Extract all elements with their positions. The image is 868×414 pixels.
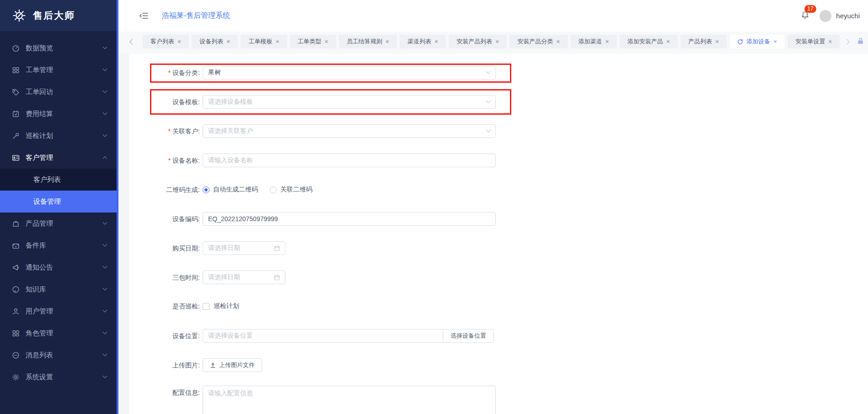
tab-staff-settlement-rules[interactable]: 员工结算规则×	[339, 35, 397, 48]
tab-add-channel[interactable]: 添加渠道×	[571, 35, 617, 48]
equipment-code-input[interactable]: EQ_2022120750979999	[203, 212, 496, 226]
field-upload-image: 上传图片: 上传图片文件	[129, 358, 262, 372]
config-info-textarea[interactable]: 请输入配置信息	[203, 386, 496, 414]
field-inspection: 是否巡检: 巡检计划	[129, 299, 239, 313]
tab-work-order-type[interactable]: 工单类型×	[290, 35, 336, 48]
field-equipment-template: 设备模板: 请选择设备模板	[129, 95, 496, 109]
tab-add-install-product[interactable]: 添加安装产品×	[620, 35, 678, 48]
topbar-right: 17 heyuchi	[801, 10, 860, 22]
chevron-down-icon	[486, 98, 491, 103]
dashboard-icon	[12, 44, 20, 52]
close-icon[interactable]: ×	[386, 38, 389, 45]
calendar-icon	[274, 275, 280, 281]
topbar: 浩福莱-售后管理系统 17 heyuchi	[118, 0, 868, 32]
upload-icon	[210, 362, 216, 368]
field-purchase-date: 购买日期: 请选择日期	[129, 241, 285, 255]
field-equipment-name: *设备名称: 请输入设备名称	[129, 154, 496, 167]
sidebar-item-spare-parts[interactable]: 备件库	[0, 234, 117, 256]
close-icon[interactable]: ×	[605, 38, 609, 45]
sidebar-item-user-management[interactable]: 用户管理	[0, 300, 117, 322]
sidebar-item-product-management[interactable]: 产品管理	[0, 212, 117, 234]
notification-badge: 17	[804, 5, 816, 13]
close-icon[interactable]: ×	[434, 38, 438, 45]
billing-icon	[12, 110, 20, 118]
tab-install-product-category[interactable]: 安装产品分类×	[509, 35, 568, 48]
close-icon[interactable]: ×	[556, 38, 560, 45]
sidebar-item-work-orders[interactable]: 工单管理	[0, 59, 117, 81]
customer-icon	[12, 154, 20, 162]
system-title: 浩福莱-售后管理系统	[162, 11, 230, 21]
chevron-down-icon	[103, 110, 107, 115]
app-logo: 售后大师	[0, 0, 117, 31]
equipment-template-select[interactable]: 请选择设备模板	[203, 95, 496, 109]
tabs-scroll-left-icon[interactable]	[129, 39, 135, 45]
close-icon[interactable]: ×	[715, 38, 719, 45]
tab-work-order-template[interactable]: 工单模板×	[241, 35, 287, 48]
chevron-up-icon	[103, 156, 107, 160]
tab-bar: 客户列表× 设备列表× 工单模板× 工单类型× 员工结算规则× 渠道列表× 安装…	[118, 32, 868, 54]
sidebar-item-role-management[interactable]: 角色管理	[0, 322, 117, 344]
field-equipment-location: 设备位置: 请选择设备位置 选择设备位置	[129, 329, 494, 343]
lock-icon[interactable]	[857, 37, 864, 46]
related-customer-select[interactable]: 请选择关联客户	[203, 124, 496, 138]
knowledge-icon	[12, 286, 20, 293]
sidebar-item-inspection-plan[interactable]: 巡检计划	[0, 125, 117, 147]
close-icon[interactable]: ×	[226, 38, 230, 45]
close-icon[interactable]: ×	[773, 38, 777, 45]
chevron-down-icon	[103, 264, 107, 268]
tab-customer-list[interactable]: 客户列表×	[143, 35, 189, 48]
tab-add-equipment[interactable]: 添加设备×	[729, 35, 785, 48]
purchase-date-input[interactable]: 请选择日期	[203, 241, 285, 255]
close-icon[interactable]: ×	[495, 38, 499, 45]
collapse-sidebar-icon[interactable]	[139, 12, 148, 19]
sidebar-item-customer-management[interactable]: 客户管理	[0, 147, 117, 169]
field-label: 关联客户:	[172, 127, 200, 135]
chevron-down-icon	[103, 308, 107, 312]
sidebar-item-billing[interactable]: 费用结算	[0, 103, 117, 125]
sidebar-item-work-order-followup[interactable]: 工单回访	[0, 81, 117, 103]
sidebar-item-data-preview[interactable]: 数据预览	[0, 37, 117, 59]
field-warranty-date: 三包时间: 请选择日期	[129, 271, 285, 284]
chevron-down-icon	[103, 242, 107, 246]
inspection-plan-checkbox[interactable]	[203, 303, 209, 310]
tab-product-list[interactable]: 产品列表×	[680, 35, 727, 48]
sidebar-item-system-settings[interactable]: 系统设置	[0, 366, 117, 388]
choose-location-button[interactable]: 选择设备位置	[443, 329, 494, 343]
close-icon[interactable]: ×	[666, 38, 670, 45]
wrench-icon	[12, 132, 20, 140]
warranty-date-input[interactable]: 请选择日期	[203, 271, 285, 284]
chevron-down-icon	[103, 44, 107, 49]
equipment-category-select[interactable]: 果树	[203, 66, 496, 80]
chevron-down-icon	[103, 373, 107, 378]
field-label: 三包时间:	[129, 271, 200, 284]
close-icon[interactable]: ×	[828, 38, 832, 45]
tab-equipment-list[interactable]: 设备列表×	[192, 35, 238, 48]
add-equipment-form: *设备分类: 果树 设备模板: 请选择设备模板 *关联客户: 请选择关联客户 *…	[129, 54, 868, 414]
notification-bell[interactable]: 17	[801, 11, 809, 21]
sidebar-menu: 数据预览 工单管理 工单回访 费用结算 巡检计划 客户管理	[0, 31, 117, 388]
required-marker: *	[168, 69, 171, 76]
close-icon[interactable]: ×	[325, 38, 328, 45]
sidebar-subitem-equipment-management[interactable]: 设备管理	[0, 191, 117, 212]
avatar[interactable]	[820, 10, 831, 22]
equipment-location-input[interactable]: 请选择设备位置	[203, 329, 443, 343]
refresh-icon[interactable]	[737, 39, 743, 45]
field-qrcode-generation: 二维码生成: 自动生成二维码 关联二维码	[129, 183, 312, 196]
close-icon[interactable]: ×	[275, 38, 279, 45]
tabs-scroll-right-icon[interactable]	[844, 39, 850, 45]
tab-channel-list[interactable]: 渠道列表×	[400, 35, 446, 48]
upload-image-button[interactable]: 上传图片文件	[203, 358, 262, 372]
sidebar-item-message-list[interactable]: 消息列表	[0, 344, 117, 366]
radio-auto-generate-qrcode[interactable]	[203, 186, 209, 193]
sidebar-item-announcements[interactable]: 通知公告	[0, 256, 117, 278]
tab-install-order-settings[interactable]: 安装单设置×	[788, 35, 840, 48]
equipment-name-input[interactable]: 请输入设备名称	[203, 154, 496, 167]
sidebar-item-knowledge-base[interactable]: 知识库	[0, 278, 117, 300]
tab-install-product-list[interactable]: 安装产品列表×	[449, 35, 507, 48]
work-order-icon	[12, 66, 20, 74]
close-icon[interactable]: ×	[177, 38, 181, 45]
sidebar-subitem-customer-list[interactable]: 客户列表	[0, 169, 117, 191]
field-label: 二维码生成:	[129, 183, 200, 196]
radio-link-qrcode[interactable]	[270, 186, 277, 193]
chevron-down-icon	[103, 220, 107, 224]
